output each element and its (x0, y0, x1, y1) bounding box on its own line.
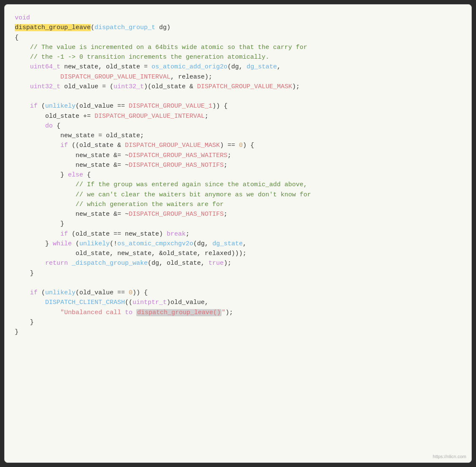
code-content: void dispatch_group_leave(dispatch_group… (15, 13, 461, 337)
watermark: https://nlicn.com (433, 454, 466, 459)
code-window: void dispatch_group_leave(dispatch_group… (4, 4, 472, 463)
